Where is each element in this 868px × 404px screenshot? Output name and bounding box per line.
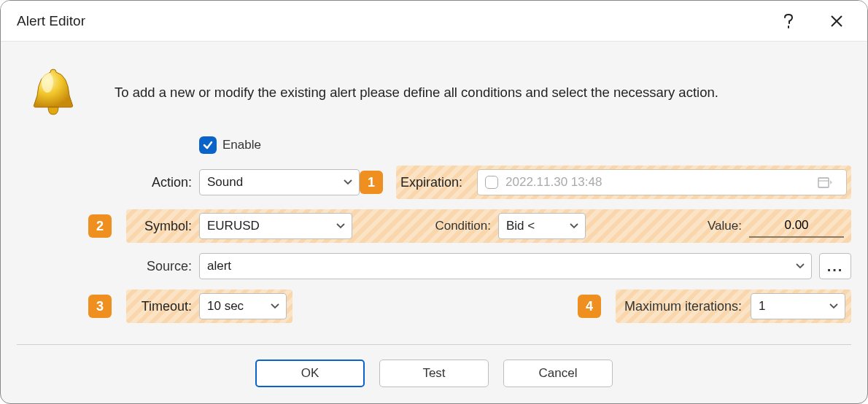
dialog-footer: OK Test Cancel — [17, 344, 851, 403]
chevron-down-icon — [569, 222, 579, 230]
max-iterations-group: Maximum iterations: 1 — [616, 290, 851, 323]
expiration-group: Expiration: 2022.11.30 13:48 — [396, 166, 851, 199]
ok-button[interactable]: OK — [255, 360, 365, 387]
source-select[interactable]: alert — [199, 253, 812, 279]
condition-label: Condition: — [381, 219, 498, 233]
browse-button[interactable]: ... — [819, 253, 851, 279]
value-label: Value: — [586, 219, 749, 233]
dialog-content: To add a new or modify the existing aler… — [1, 42, 867, 403]
badge-2: 2 — [88, 214, 112, 238]
expiration-checkbox[interactable] — [485, 176, 498, 189]
badge-1: 1 — [360, 171, 383, 194]
action-select[interactable]: Sound — [199, 169, 360, 195]
condition-select[interactable]: Bid < — [498, 213, 586, 239]
enable-checkbox[interactable] — [199, 136, 217, 154]
condition-value: Bid < — [506, 219, 535, 233]
more-label: ... — [827, 258, 844, 275]
action-label: Action: — [119, 175, 199, 190]
source-label: Source: — [17, 259, 199, 274]
badge-4: 4 — [578, 295, 601, 318]
max-iterations-label: Maximum iterations: — [624, 299, 751, 314]
titlebar: Alert Editor — [1, 1, 867, 42]
expiration-field[interactable]: 2022.11.30 13:48 — [477, 169, 847, 195]
timeout-select[interactable]: 10 sec — [199, 293, 287, 319]
symbol-row-group: Symbol: EURUSD Condition: Bid < Value: — [126, 209, 851, 243]
max-iterations-select[interactable]: 1 — [751, 293, 845, 319]
alert-editor-dialog: Alert Editor — [0, 0, 868, 404]
chevron-down-icon — [795, 263, 805, 270]
chevron-down-icon — [343, 179, 353, 186]
cancel-label: Cancel — [539, 366, 578, 381]
symbol-select[interactable]: EURUSD — [199, 213, 352, 239]
chevron-down-icon — [270, 303, 280, 310]
source-value: alert — [207, 259, 231, 273]
badge-3: 3 — [88, 295, 112, 318]
value-input[interactable] — [749, 214, 844, 238]
window-title: Alert Editor — [17, 13, 753, 29]
intro-text: To add a new or modify the existing aler… — [115, 85, 718, 101]
test-button[interactable]: Test — [379, 360, 489, 387]
timeout-group: Timeout: 10 sec — [126, 290, 292, 323]
max-iterations-value: 1 — [759, 299, 765, 314]
test-label: Test — [422, 366, 445, 381]
symbol-label: Symbol: — [126, 219, 199, 234]
help-button[interactable] — [775, 8, 802, 34]
svg-point-0 — [42, 72, 53, 93]
timeout-value: 10 sec — [207, 299, 244, 314]
expiration-label: Expiration: — [400, 175, 470, 190]
timeout-label: Timeout: — [126, 299, 199, 314]
expiration-value: 2022.11.30 13:48 — [505, 175, 602, 190]
action-value: Sound — [207, 175, 243, 190]
enable-label: Enable — [222, 138, 261, 152]
chevron-down-icon — [829, 303, 839, 310]
ok-label: OK — [301, 366, 319, 381]
calendar-icon[interactable] — [811, 176, 839, 189]
close-button[interactable] — [824, 8, 850, 34]
symbol-value: EURUSD — [207, 219, 260, 233]
cancel-button[interactable]: Cancel — [503, 360, 613, 387]
svg-rect-1 — [818, 178, 829, 187]
bell-icon — [17, 63, 90, 122]
chevron-down-icon — [336, 222, 346, 230]
